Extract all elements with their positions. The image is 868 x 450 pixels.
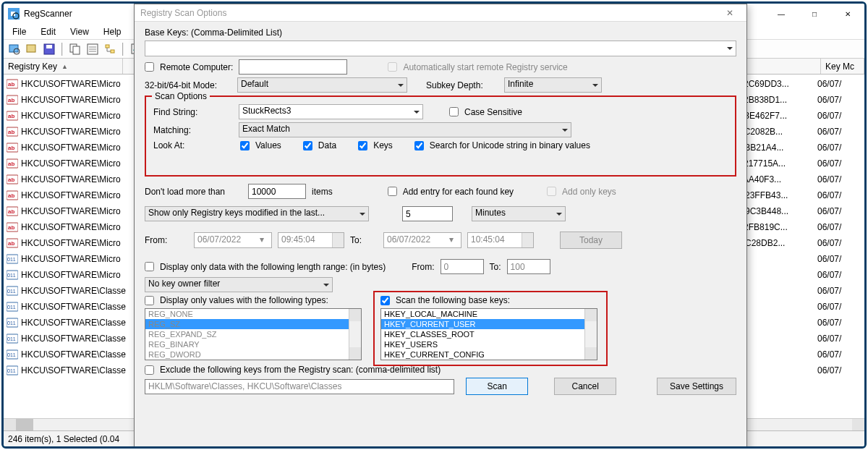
list-item[interactable]: abHKCU\SOFTWARE\Micro: [4, 203, 137, 219]
unicode-search-checkbox[interactable]: Search for Unicode string in binary valu…: [414, 140, 590, 150]
reg-type-option[interactable]: REG_NONE: [145, 309, 361, 319]
scan-button[interactable]: Scan: [466, 378, 528, 395]
base-key-option[interactable]: HKEY_CURRENT_CONFIG: [381, 349, 597, 360]
copy-icon[interactable]: [69, 43, 82, 56]
menu-edit[interactable]: Edit: [33, 25, 63, 38]
to-time-spinner[interactable]: 10:45:04: [467, 232, 534, 248]
scan-basekeys-checkbox[interactable]: Scan the following base keys:: [380, 295, 597, 305]
exclude-keys-checkbox[interactable]: Exclude the following keys from the Regi…: [145, 365, 441, 375]
list-left-column[interactable]: abHKCU\SOFTWARE\MicroabHKCU\SOFTWARE\Mic…: [4, 76, 137, 430]
display-types-checkbox[interactable]: Display only values with the following t…: [145, 295, 362, 305]
base-keys-listbox[interactable]: HKEY_LOCAL_MACHINEHKEY_CURRENT_USERHKEY_…: [380, 308, 597, 360]
subkey-depth-combo[interactable]: Infinite: [504, 77, 602, 93]
add-only-keys-checkbox[interactable]: Add only keys: [547, 187, 616, 197]
list-item[interactable]: 011HKCU\SOFTWARE\Micro: [4, 267, 137, 283]
remote-computer-checkbox[interactable]: Remote Computer:: [145, 62, 233, 72]
reg-types-listbox[interactable]: REG_NONEREG_SZREG_EXPAND_SZREG_BINARYREG…: [145, 308, 362, 360]
from-time-spinner[interactable]: 09:45:04: [278, 232, 344, 248]
maximize-button[interactable]: □: [798, 4, 831, 24]
base-key-option[interactable]: HKEY_LOCAL_MACHINE: [381, 309, 597, 319]
list-item[interactable]: abHKCU\SOFTWARE\Micro: [4, 187, 137, 203]
find-string-input[interactable]: StuckRects3: [239, 104, 423, 119]
open-regedit-icon[interactable]: [25, 43, 38, 56]
dont-load-input[interactable]: [248, 184, 306, 199]
base-key-option[interactable]: HKEY_USERS: [381, 339, 597, 349]
from-date-picker[interactable]: 06/07/2022▾: [194, 232, 272, 248]
list-item[interactable]: 011HKCU\SOFTWARE\Classe: [4, 362, 137, 378]
menu-view[interactable]: View: [63, 25, 96, 38]
add-entry-checkbox[interactable]: Add entry for each found key: [388, 187, 514, 197]
list-item[interactable]: 011HKCU\SOFTWARE\Classe: [4, 347, 137, 362]
case-sensitive-checkbox[interactable]: Case Sensitive: [449, 107, 522, 117]
exclude-keys-input[interactable]: [145, 379, 454, 394]
key-owner-filter-combo[interactable]: No key owner filter: [145, 277, 333, 292]
close-button[interactable]: ✕: [831, 4, 864, 24]
svg-text:011: 011: [7, 336, 16, 341]
regvalue-icon: ab: [7, 205, 18, 217]
minimize-button[interactable]: ―: [765, 4, 798, 24]
base-keys-combo[interactable]: [145, 41, 736, 56]
list-item[interactable]: 011HKCU\SOFTWARE\Classe: [4, 315, 137, 331]
dialog-titlebar[interactable]: Registry Scan Options ✕: [135, 4, 746, 22]
column-registry-key[interactable]: Registry Key ▲: [4, 59, 123, 74]
show-modified-value-input[interactable]: [402, 206, 453, 221]
list-item[interactable]: abHKCU\SOFTWARE\Micro: [4, 92, 137, 108]
properties-icon[interactable]: [86, 43, 99, 56]
scan-icon[interactable]: [8, 43, 21, 56]
reg-type-option[interactable]: REG_SZ: [145, 319, 361, 329]
list-item[interactable]: abHKCU\SOFTWARE\Micro: [4, 156, 137, 171]
auto-start-remote-checkbox[interactable]: Automatically start remote Registry serv…: [388, 62, 567, 72]
list-item[interactable]: abHKCU\SOFTWARE\Micro: [4, 108, 137, 124]
registry-key-text: HKCU\SOFTWARE\Micro: [21, 158, 121, 169]
key-modified-text: 06/07/: [817, 254, 861, 264]
save-icon[interactable]: [43, 43, 56, 56]
length-range-checkbox[interactable]: Display only data with the following len…: [145, 262, 386, 272]
reg-type-option[interactable]: REG_EXPAND_SZ: [145, 329, 361, 339]
list-item[interactable]: 011HKCU\SOFTWARE\Classe: [4, 299, 137, 315]
column-label: Key Mc: [825, 61, 854, 72]
base-key-option[interactable]: HKEY_CURRENT_USER: [381, 319, 597, 329]
look-keys-checkbox[interactable]: Keys: [358, 140, 393, 150]
length-to-input[interactable]: [507, 259, 550, 274]
look-data-checkbox[interactable]: Data: [303, 140, 336, 150]
cancel-button[interactable]: Cancel: [554, 378, 616, 395]
listbox-scrollbar[interactable]: [584, 309, 597, 360]
list-item[interactable]: abHKCU\SOFTWARE\Micro: [4, 76, 137, 92]
regvalue-icon: ab: [7, 190, 18, 201]
today-button[interactable]: Today: [560, 232, 622, 249]
regvalue-icon: 011: [7, 365, 18, 376]
matching-combo[interactable]: Exact Match: [239, 122, 571, 137]
reg-type-option[interactable]: REG_DWORD: [145, 349, 361, 360]
show-modified-combo[interactable]: Show only Registry keys modified in the …: [145, 206, 369, 221]
length-from-input[interactable]: [441, 259, 484, 274]
list-item[interactable]: 011HKCU\SOFTWARE\Classe: [4, 283, 137, 299]
base-key-option[interactable]: HKEY_CLASSES_ROOT: [381, 329, 597, 339]
listbox-scrollbar[interactable]: [349, 309, 361, 360]
look-values-checkbox[interactable]: Values: [240, 140, 281, 150]
column-key-modified[interactable]: Key Mc: [821, 59, 864, 74]
look-at-keys-label: Keys: [373, 140, 393, 150]
svg-text:ab: ab: [8, 81, 14, 88]
show-modified-unit-combo[interactable]: Minutes: [472, 206, 566, 221]
list-item[interactable]: abHKCU\SOFTWARE\Micro: [4, 235, 137, 251]
menu-file[interactable]: File: [5, 25, 33, 38]
bit-mode-combo[interactable]: Default: [237, 77, 407, 93]
list-item[interactable]: abHKCU\SOFTWARE\Micro: [4, 124, 137, 140]
key-modified-text: 06/07/: [817, 206, 861, 216]
svg-text:ab: ab: [8, 177, 14, 183]
menu-help[interactable]: Help: [96, 25, 129, 38]
remote-computer-input[interactable]: [239, 59, 347, 75]
tree-icon[interactable]: [103, 43, 116, 56]
find-string-label: Find String:: [153, 107, 233, 117]
svg-text:011: 011: [7, 320, 16, 326]
list-item[interactable]: 011HKCU\SOFTWARE\Classe: [4, 331, 137, 347]
dialog-close-button[interactable]: ✕: [713, 4, 746, 22]
list-item[interactable]: abHKCU\SOFTWARE\Micro: [4, 219, 137, 235]
save-settings-button[interactable]: Save Settings: [657, 378, 736, 395]
list-item[interactable]: abHKCU\SOFTWARE\Micro: [4, 171, 137, 187]
list-item[interactable]: abHKCU\SOFTWARE\Micro: [4, 140, 137, 156]
list-item[interactable]: 011HKCU\SOFTWARE\Micro: [4, 251, 137, 267]
to-date-picker[interactable]: 06/07/2022▾: [383, 232, 461, 248]
reg-type-option[interactable]: REG_BINARY: [145, 339, 361, 349]
subkey-depth-label: Subkey Depth:: [426, 80, 498, 90]
